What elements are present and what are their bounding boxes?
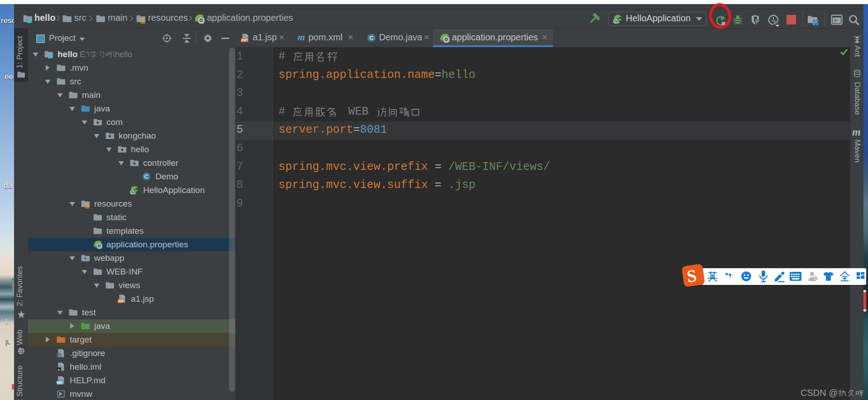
svg-text:?: ? xyxy=(815,277,816,280)
